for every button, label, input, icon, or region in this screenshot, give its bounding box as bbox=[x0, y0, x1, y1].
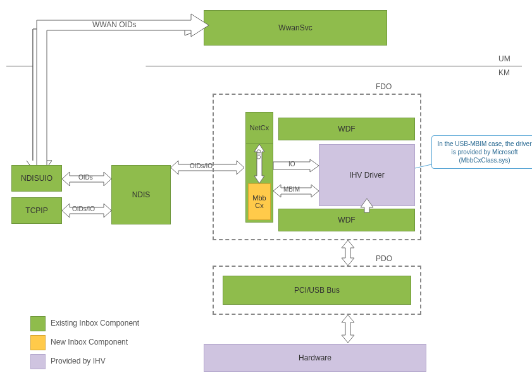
netcx-label: NetCx bbox=[250, 124, 269, 132]
oid-label: OID bbox=[256, 149, 262, 159]
svg-marker-9 bbox=[342, 240, 354, 266]
svg-line-8 bbox=[415, 164, 431, 168]
bus-box: PCI/USB Bus bbox=[223, 276, 411, 305]
wwansvc-box: WwanSvc bbox=[204, 10, 387, 46]
arrow-pdo-hw bbox=[340, 315, 356, 343]
svg-marker-4 bbox=[361, 199, 373, 212]
oids-io-label-1: OIDs/IO bbox=[72, 205, 95, 212]
tcpip-label: TCPIP bbox=[25, 206, 47, 215]
bus-label: PCI/USB Bus bbox=[294, 286, 340, 295]
legend-new: New Inbox Component bbox=[51, 338, 128, 346]
oids-label-1: OIDs bbox=[78, 174, 93, 181]
hardware-box: Hardware bbox=[204, 344, 426, 372]
wwansvc-label: WwanSvc bbox=[278, 23, 312, 32]
ihv-driver-box: IHV Driver bbox=[319, 144, 415, 206]
tcpip-box: TCPIP bbox=[11, 197, 62, 224]
svg-marker-6 bbox=[273, 159, 319, 172]
svg-marker-10 bbox=[342, 315, 354, 343]
wwan-oids-arrow-clean bbox=[30, 13, 205, 177]
hardware-label: Hardware bbox=[299, 353, 331, 362]
km-label: KM bbox=[498, 68, 510, 77]
callout-connector bbox=[415, 164, 434, 172]
ihv-callout-text: In the USB-MBIM case, the driver is prov… bbox=[438, 140, 532, 164]
fdo-label: FDO bbox=[376, 82, 392, 91]
wdf-top-box: WDF bbox=[278, 118, 415, 140]
mbbcx-label: Mbb Cx bbox=[252, 194, 266, 209]
ndisuio-label: NDISUIO bbox=[21, 174, 53, 183]
wdf-bot-label: WDF bbox=[338, 216, 355, 224]
wdf-top-label: WDF bbox=[338, 125, 355, 133]
arrow-wdf-ihv bbox=[361, 199, 373, 212]
legend-existing: Existing Inbox Component bbox=[51, 319, 139, 328]
um-label: UM bbox=[498, 54, 510, 63]
io-label: IO bbox=[288, 161, 295, 168]
wdf-bot-box: WDF bbox=[278, 209, 415, 231]
ihv-callout: In the USB-MBIM case, the driver is prov… bbox=[431, 135, 532, 169]
mbim-label: MBIM bbox=[283, 186, 300, 193]
ndis-label: NDIS bbox=[132, 190, 151, 199]
ihv-driver-label: IHV Driver bbox=[349, 171, 384, 180]
ndis-box: NDIS bbox=[111, 165, 171, 224]
legend-swatch-existing bbox=[30, 316, 46, 331]
oids-io-label-2: OIDs/IO bbox=[190, 162, 213, 169]
mbbcx-box: Mbb Cx bbox=[248, 183, 271, 220]
arrow-fdo-pdo bbox=[340, 240, 356, 266]
ndisuio-box: NDISUIO bbox=[11, 165, 62, 192]
legend-swatch-new bbox=[30, 335, 46, 350]
netcx-box: NetCx bbox=[245, 112, 273, 144]
legend-swatch-ihv bbox=[30, 354, 46, 369]
legend-ihv: Provided by IHV bbox=[51, 357, 106, 365]
diagram-canvas: UM KM WwanSvc WWAN OIDs NDISUIO TCPIP ND… bbox=[0, 0, 532, 392]
wwan-oids-label: WWAN OIDs bbox=[92, 20, 137, 29]
arrow-io bbox=[273, 159, 319, 172]
pdo-label: PDO bbox=[376, 254, 392, 263]
